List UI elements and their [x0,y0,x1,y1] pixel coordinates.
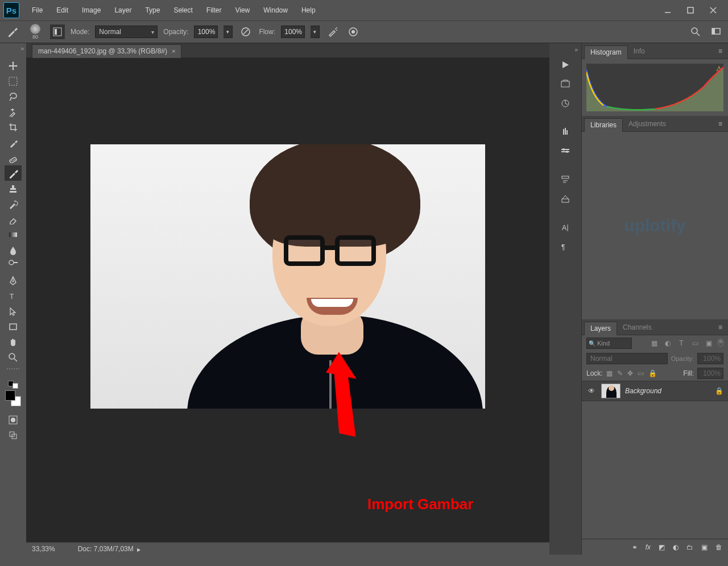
menu-file[interactable]: File [25,6,49,14]
menu-type[interactable]: Type [138,6,167,14]
menu-edit[interactable]: Edit [49,6,75,14]
brush-preview[interactable]: 80 [26,24,44,40]
quick-select-tool[interactable] [5,104,22,119]
search-icon[interactable] [688,24,703,39]
filter-type-icon[interactable]: T [677,339,686,348]
lock-transparency-icon[interactable]: ▦ [606,369,613,377]
strip-expand-icon[interactable]: » [574,47,578,53]
tab-channels[interactable]: Channels [617,321,657,334]
close-document-icon[interactable]: × [172,48,175,55]
glyphs-icon[interactable] [557,171,574,188]
link-layers-icon[interactable]: ⚭ [632,543,638,551]
move-tool[interactable] [5,58,22,73]
maximize-button[interactable] [679,3,702,17]
tools-collapse-icon[interactable]: » [20,45,24,52]
menu-filter[interactable]: Filter [200,6,229,14]
document-tab[interactable]: man-449406_1920.jpg @ 33,3% (RGB/8#) × [32,44,181,58]
lock-position-icon[interactable]: ✥ [627,369,633,377]
layer-fx-icon[interactable]: fx [646,543,651,551]
pen-tool[interactable] [5,273,22,288]
menu-layer[interactable]: Layer [107,6,138,14]
lock-artboard-icon[interactable]: ▭ [638,369,644,377]
menu-window[interactable]: Window [257,6,295,14]
mode-select[interactable]: Normal [95,26,158,38]
tab-layers[interactable]: Layers [584,322,617,335]
path-select-tool[interactable] [5,303,22,319]
zoom-value[interactable]: 33,33% [32,545,55,553]
eyedropper-tool[interactable] [5,135,22,150]
screenmode-tool[interactable] [5,427,22,443]
filter-shape-icon[interactable]: ▭ [690,339,700,348]
styles-icon[interactable] [557,190,574,207]
canvas-area[interactable]: Import Gambar [26,58,549,542]
paragraph-icon[interactable]: ¶ [557,238,574,255]
size-pressure-icon[interactable] [346,24,361,39]
history-brush-tool[interactable] [5,196,22,211]
layer-thumb[interactable] [601,384,621,398]
brush-settings-icon[interactable] [557,123,574,140]
blend-mode-select[interactable]: Normal [586,353,668,364]
close-button[interactable] [702,3,725,17]
stamp-tool[interactable] [5,181,22,196]
tab-info[interactable]: Info [628,44,651,58]
healing-tool[interactable] [5,150,22,165]
doc-info-dropdown-icon[interactable]: ▶ [136,547,140,552]
fg-bg-swatch[interactable] [5,390,21,406]
presets-icon[interactable] [557,95,574,112]
brush-panel-toggle[interactable] [50,24,65,39]
eraser-tool[interactable] [5,211,22,227]
quickmask-tool[interactable] [5,412,22,427]
swatches-icon[interactable] [557,143,574,160]
opacity-pressure-icon[interactable] [238,24,253,39]
adjustment-layer-icon[interactable]: ◐ [673,543,679,551]
filter-kind-select[interactable]: Kind [586,338,632,349]
layer-lock-icon[interactable]: 🔒 [715,387,723,395]
menu-image[interactable]: Image [75,6,107,14]
gradient-tool[interactable] [5,227,22,242]
filter-toggle-icon[interactable] [718,339,723,347]
filter-pixel-icon[interactable]: ▦ [650,339,659,348]
character-icon[interactable]: A [557,219,574,236]
menu-select[interactable]: Select [167,6,199,14]
libraries-menu-icon[interactable]: ≡ [715,120,726,128]
fill-value[interactable]: 100% [697,368,723,379]
brush-tool[interactable] [5,165,22,181]
airbrush-icon[interactable] [325,24,340,39]
marquee-tool[interactable] [5,73,22,89]
tab-libraries[interactable]: Libraries [584,118,623,132]
doc-info[interactable]: Doc: 7,03M/7,03M ▶ [78,545,140,553]
hand-tool[interactable] [5,334,22,349]
dodge-tool[interactable] [5,257,22,273]
screenmode-icon[interactable] [709,24,723,39]
layers-menu-icon[interactable]: ≡ [715,323,726,331]
tab-histogram[interactable]: Histogram [584,45,628,59]
layer-item-background[interactable]: 👁 Background 🔒 [582,381,728,401]
layer-name[interactable]: Background [625,387,661,395]
menu-view[interactable]: View [228,6,257,14]
lock-all-icon[interactable]: 🔒 [648,369,657,377]
zoom-tool[interactable] [5,349,22,365]
layer-opacity-value[interactable]: 100% [697,353,723,364]
filter-adjust-icon[interactable]: ◐ [663,339,672,348]
delete-layer-icon[interactable]: 🗑 [715,543,722,551]
layer-group-icon[interactable]: 🗀 [686,543,693,551]
minimize-button[interactable] [656,3,679,17]
lasso-tool[interactable] [5,89,22,104]
opacity-dropdown[interactable]: ▾ [224,26,233,38]
filter-smart-icon[interactable]: ▣ [704,339,713,348]
lock-pixels-icon[interactable]: ✎ [617,369,623,377]
history-icon[interactable] [557,76,574,93]
type-tool[interactable]: T [5,288,22,303]
brush-tool-icon[interactable] [5,24,20,40]
crop-tool[interactable] [5,119,22,135]
histogram-menu-icon[interactable]: ≡ [715,47,726,55]
tab-adjustments[interactable]: Adjustments [623,117,672,131]
default-colors-icon[interactable] [8,381,18,389]
opacity-value[interactable]: 100% [194,26,218,38]
menu-help[interactable]: Help [295,6,322,14]
play-actions-icon[interactable] [557,56,574,73]
flow-value[interactable]: 100% [281,26,305,38]
layer-visibility-icon[interactable]: 👁 [586,387,597,395]
new-layer-icon[interactable]: ▣ [701,543,708,551]
layer-mask-icon[interactable]: ◩ [659,543,665,551]
